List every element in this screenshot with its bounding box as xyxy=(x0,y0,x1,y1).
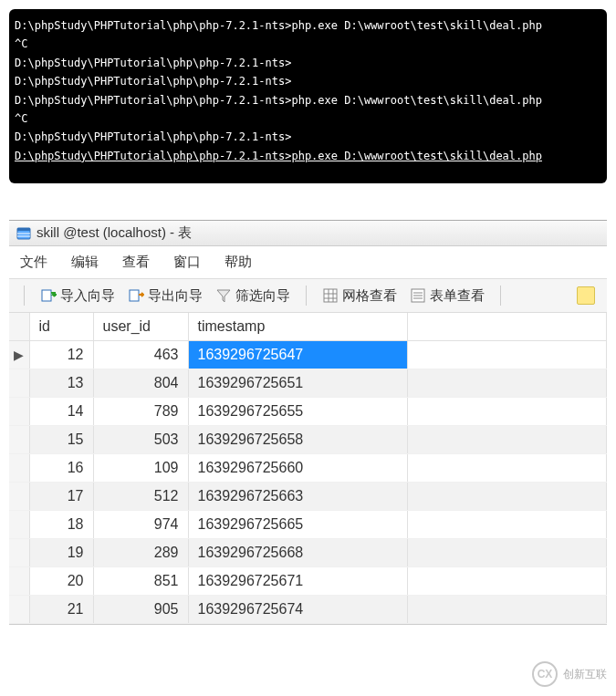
cell-id[interactable]: 12 xyxy=(29,341,93,369)
terminal-line: ^C xyxy=(15,109,601,128)
toolbar: 导入向导 导出向导 筛选向导 网格查看 表单查看 xyxy=(9,279,607,313)
cell-spacer xyxy=(407,539,607,567)
cell-id[interactable]: 17 xyxy=(29,483,93,511)
table-row[interactable]: 147891639296725655 xyxy=(9,398,607,426)
spacer xyxy=(0,192,616,220)
cell-timestamp[interactable]: 1639296725647 xyxy=(188,341,407,369)
cell-id[interactable]: 14 xyxy=(29,398,93,426)
note-icon xyxy=(577,286,595,305)
table-row[interactable]: ▶124631639296725647 xyxy=(9,341,607,369)
svg-rect-4 xyxy=(42,290,51,301)
column-header-user-id[interactable]: user_id xyxy=(93,313,188,341)
row-handle[interactable] xyxy=(9,567,29,596)
window-title: skill @test (localhost) - 表 xyxy=(37,224,192,242)
funnel-icon xyxy=(215,287,232,304)
table-row[interactable]: 192891639296725668 xyxy=(9,539,607,567)
cell-timestamp[interactable]: 1639296725668 xyxy=(188,539,407,567)
cell-id[interactable]: 18 xyxy=(29,511,93,539)
column-header-timestamp[interactable]: timestamp xyxy=(188,313,407,341)
note-button[interactable] xyxy=(572,285,600,306)
terminal-line: D:\phpStudy\PHPTutorial\php\php-7.2.1-nt… xyxy=(15,54,601,72)
cell-user-id[interactable]: 289 xyxy=(93,539,188,567)
row-handle[interactable] xyxy=(9,454,29,483)
table-row[interactable]: 155031639296725658 xyxy=(9,426,607,454)
row-handle[interactable] xyxy=(9,483,29,511)
menu-edit[interactable]: 编辑 xyxy=(71,254,99,271)
cell-spacer xyxy=(407,369,607,398)
export-wizard-label: 导出向导 xyxy=(148,287,203,305)
menu-help[interactable]: 帮助 xyxy=(224,254,252,271)
cell-id[interactable]: 19 xyxy=(29,539,93,567)
svg-rect-6 xyxy=(324,289,337,302)
menu-file[interactable]: 文件 xyxy=(20,254,47,271)
grid-header-row: id user_id timestamp xyxy=(9,313,607,341)
table-row[interactable]: 219051639296725674 xyxy=(9,596,607,624)
titlebar: skill @test (localhost) - 表 xyxy=(9,221,607,246)
column-header-spacer xyxy=(407,313,607,341)
form-view-button[interactable]: 表单查看 xyxy=(405,286,489,306)
cell-user-id[interactable]: 804 xyxy=(93,369,188,398)
cell-user-id[interactable]: 789 xyxy=(93,398,188,426)
current-row-marker-icon: ▶ xyxy=(14,348,24,362)
row-handle[interactable] xyxy=(9,426,29,454)
import-icon xyxy=(40,287,57,304)
cell-id[interactable]: 16 xyxy=(29,454,93,483)
export-wizard-button[interactable]: 导出向导 xyxy=(123,286,207,306)
row-handle[interactable] xyxy=(9,596,29,624)
row-handle[interactable]: ▶ xyxy=(9,341,29,369)
cell-id[interactable]: 15 xyxy=(29,426,93,454)
table-row[interactable]: 175121639296725663 xyxy=(9,483,607,511)
grid-view-button[interactable]: 网格查看 xyxy=(318,286,402,306)
grid-view-label: 网格查看 xyxy=(342,287,397,305)
cell-timestamp[interactable]: 1639296725658 xyxy=(188,426,407,454)
cell-timestamp[interactable]: 1639296725671 xyxy=(188,567,407,596)
svg-rect-5 xyxy=(130,290,139,301)
terminal-line: ^C xyxy=(15,35,601,53)
table-icon xyxy=(16,226,31,241)
row-handle[interactable] xyxy=(9,539,29,567)
cell-id[interactable]: 13 xyxy=(29,369,93,398)
cell-user-id[interactable]: 974 xyxy=(93,511,188,539)
table-row[interactable]: 161091639296725660 xyxy=(9,454,607,483)
row-handle[interactable] xyxy=(9,511,29,539)
data-grid[interactable]: id user_id timestamp ▶124631639296725647… xyxy=(9,313,607,624)
column-header-id[interactable]: id xyxy=(29,313,93,341)
cell-user-id[interactable]: 503 xyxy=(93,426,188,454)
svg-rect-1 xyxy=(17,228,30,231)
table-row[interactable]: 189741639296725665 xyxy=(9,511,607,539)
menu-view[interactable]: 查看 xyxy=(122,254,150,271)
cell-id[interactable]: 21 xyxy=(29,596,93,624)
row-handle[interactable] xyxy=(9,369,29,398)
separator xyxy=(24,286,25,306)
cell-timestamp[interactable]: 1639296725665 xyxy=(188,511,407,539)
cell-user-id[interactable]: 851 xyxy=(93,567,188,596)
cell-timestamp[interactable]: 1639296725651 xyxy=(188,369,407,398)
cell-spacer xyxy=(407,511,607,539)
cell-timestamp[interactable]: 1639296725663 xyxy=(188,483,407,511)
terminal-line: D:\phpStudy\PHPTutorial\php\php-7.2.1-nt… xyxy=(15,147,601,165)
cell-spacer xyxy=(407,426,607,454)
terminal-window[interactable]: D:\phpStudy\PHPTutorial\php\php-7.2.1-nt… xyxy=(9,9,607,183)
cell-user-id[interactable]: 512 xyxy=(93,483,188,511)
cell-timestamp[interactable]: 1639296725674 xyxy=(188,596,407,624)
cell-id[interactable]: 20 xyxy=(29,567,93,596)
import-wizard-button[interactable]: 导入向导 xyxy=(36,286,120,306)
cell-user-id[interactable]: 905 xyxy=(93,596,188,624)
row-handle[interactable] xyxy=(9,398,29,426)
cell-user-id[interactable]: 463 xyxy=(93,341,188,369)
import-wizard-label: 导入向导 xyxy=(60,287,115,305)
cell-spacer xyxy=(407,454,607,483)
separator xyxy=(306,286,307,306)
grid-icon xyxy=(322,287,339,304)
cell-user-id[interactable]: 109 xyxy=(93,454,188,483)
table-row[interactable]: 138041639296725651 xyxy=(9,369,607,398)
filter-wizard-button[interactable]: 筛选向导 xyxy=(211,286,295,306)
cell-timestamp[interactable]: 1639296725660 xyxy=(188,454,407,483)
terminal-line: D:\phpStudy\PHPTutorial\php\php-7.2.1-nt… xyxy=(15,91,601,109)
table-row[interactable]: 208511639296725671 xyxy=(9,567,607,596)
terminal-line: D:\phpStudy\PHPTutorial\php\php-7.2.1-nt… xyxy=(15,72,601,90)
menu-window[interactable]: 窗口 xyxy=(173,254,201,271)
database-table-window: skill @test (localhost) - 表 文件 编辑 查看 窗口 … xyxy=(9,220,607,625)
cell-spacer xyxy=(407,398,607,426)
cell-timestamp[interactable]: 1639296725655 xyxy=(188,398,407,426)
